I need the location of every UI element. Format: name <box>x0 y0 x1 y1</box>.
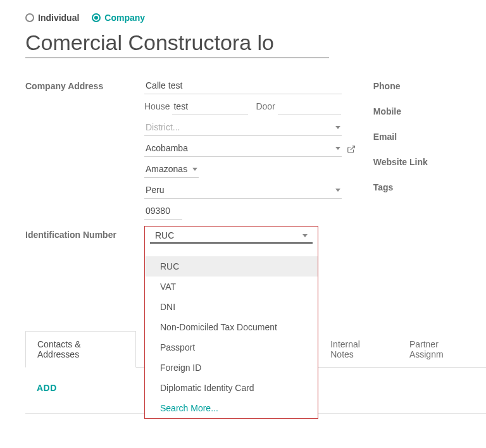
house-input[interactable] <box>172 98 248 115</box>
caret-down-icon <box>335 189 340 192</box>
caret-down-icon <box>302 234 308 237</box>
caret-down-icon <box>192 168 197 171</box>
street-input[interactable] <box>144 77 342 94</box>
dropdown-option-dni[interactable]: DNI <box>145 297 318 317</box>
dropdown-option-foreignid[interactable]: Foreign ID <box>145 358 318 378</box>
radio-icon-checked <box>92 13 101 22</box>
company-name-input[interactable] <box>25 28 329 58</box>
tab-partner-assignment[interactable]: Partner Assignm <box>397 331 486 368</box>
identification-type-box: RUC RUC VAT DNI Non-Domiciled Tax Docume… <box>144 226 318 419</box>
identification-type-dropdown: RUC VAT DNI Non-Domiciled Tax Document P… <box>145 256 318 418</box>
label-company-address: Company Address <box>25 77 144 223</box>
radio-individual-label: Individual <box>38 13 79 23</box>
dropdown-option-diplomatic[interactable]: Diplomatic Identity Card <box>145 378 318 398</box>
label-website: Website Link <box>373 153 486 178</box>
city-select[interactable]: Acobamba <box>144 140 342 157</box>
dropdown-option-ruc[interactable]: RUC <box>145 256 318 277</box>
identification-type-value: RUC <box>155 230 174 240</box>
country-value: Peru <box>146 185 165 195</box>
svg-line-0 <box>351 146 354 150</box>
caret-down-icon <box>335 147 340 150</box>
radio-company-label: Company <box>104 13 145 23</box>
dropdown-option-passport[interactable]: Passport <box>145 337 318 358</box>
radio-icon <box>25 13 34 22</box>
label-tags: Tags <box>373 178 486 204</box>
city-value: Acobamba <box>146 143 188 153</box>
radio-company[interactable]: Company <box>92 13 145 23</box>
dropdown-search-more[interactable]: Search More... <box>145 398 318 418</box>
radio-individual[interactable]: Individual <box>25 13 79 23</box>
label-email: Email <box>373 128 486 153</box>
state-select[interactable]: Amazonas <box>144 161 199 178</box>
country-select[interactable]: Peru <box>144 182 342 199</box>
dropdown-option-nondom[interactable]: Non-Domiciled Tax Document <box>145 317 318 337</box>
label-door: Door <box>256 98 277 115</box>
identification-type-select[interactable]: RUC <box>150 227 313 244</box>
state-value: Amazonas <box>146 164 187 174</box>
district-select[interactable]: District... <box>144 119 342 136</box>
label-house: House <box>144 98 172 115</box>
label-identification-number: Identification Number <box>25 226 144 419</box>
caret-down-icon <box>335 126 340 129</box>
label-mobile: Mobile <box>373 103 486 128</box>
label-phone: Phone <box>373 77 486 103</box>
door-input[interactable] <box>278 98 341 115</box>
external-link-icon[interactable] <box>347 145 356 156</box>
district-placeholder: District... <box>146 122 180 132</box>
dropdown-option-vat[interactable]: VAT <box>145 277 318 297</box>
zip-input[interactable] <box>144 202 182 220</box>
